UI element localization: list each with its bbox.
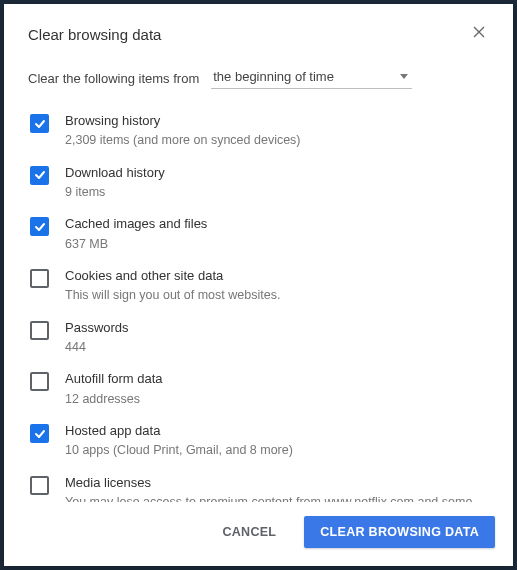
option-text: Cookies and other site dataThis will sig… bbox=[65, 267, 280, 305]
option-subtitle: You may lose access to premium content f… bbox=[65, 494, 489, 502]
option-row: Media licensesYou may lose access to pre… bbox=[28, 467, 489, 502]
dialog-footer: Cancel Clear browsing data bbox=[4, 502, 513, 566]
option-row: Passwords444 bbox=[28, 312, 489, 364]
options-list: Browsing history2,309 items (and more on… bbox=[28, 105, 489, 502]
time-range-select[interactable]: the beginning of time bbox=[211, 67, 412, 89]
option-text: Media licensesYou may lose access to pre… bbox=[65, 474, 489, 502]
option-checkbox[interactable] bbox=[30, 217, 49, 236]
option-subtitle: 9 items bbox=[65, 184, 165, 202]
dialog-body: Clear the following items from the begin… bbox=[4, 49, 513, 502]
option-checkbox[interactable] bbox=[30, 166, 49, 185]
option-subtitle: 10 apps (Cloud Print, Gmail, and 8 more) bbox=[65, 442, 293, 460]
option-row: Download history9 items bbox=[28, 157, 489, 209]
time-range-label: Clear the following items from bbox=[28, 71, 199, 86]
option-text: Passwords444 bbox=[65, 319, 129, 357]
option-text: Browsing history2,309 items (and more on… bbox=[65, 112, 301, 150]
option-subtitle: 637 MB bbox=[65, 236, 207, 254]
option-title: Media licenses bbox=[65, 474, 489, 492]
clear-browsing-data-dialog: Clear browsing data Clear the following … bbox=[4, 4, 513, 566]
option-title: Download history bbox=[65, 164, 165, 182]
option-subtitle: 2,309 items (and more on synced devices) bbox=[65, 132, 301, 150]
close-icon bbox=[473, 26, 485, 38]
option-row: Cookies and other site dataThis will sig… bbox=[28, 260, 489, 312]
option-title: Cookies and other site data bbox=[65, 267, 280, 285]
option-row: Hosted app data10 apps (Cloud Print, Gma… bbox=[28, 415, 489, 467]
option-title: Passwords bbox=[65, 319, 129, 337]
option-text: Autofill form data12 addresses bbox=[65, 370, 163, 408]
option-checkbox[interactable] bbox=[30, 321, 49, 340]
dialog-title: Clear browsing data bbox=[28, 26, 469, 43]
cancel-button[interactable]: Cancel bbox=[206, 516, 292, 548]
option-checkbox[interactable] bbox=[30, 424, 49, 443]
option-subtitle: 444 bbox=[65, 339, 129, 357]
option-title: Browsing history bbox=[65, 112, 301, 130]
time-range-value: the beginning of time bbox=[213, 69, 400, 84]
time-range-row: Clear the following items from the begin… bbox=[28, 67, 489, 89]
option-checkbox[interactable] bbox=[30, 476, 49, 495]
dialog-header: Clear browsing data bbox=[4, 4, 513, 49]
option-subtitle: 12 addresses bbox=[65, 391, 163, 409]
option-row: Browsing history2,309 items (and more on… bbox=[28, 105, 489, 157]
option-checkbox[interactable] bbox=[30, 114, 49, 133]
option-row: Autofill form data12 addresses bbox=[28, 363, 489, 415]
option-checkbox[interactable] bbox=[30, 372, 49, 391]
clear-button[interactable]: Clear browsing data bbox=[304, 516, 495, 548]
option-title: Cached images and files bbox=[65, 215, 207, 233]
option-text: Download history9 items bbox=[65, 164, 165, 202]
option-subtitle: This will sign you out of most websites. bbox=[65, 287, 280, 305]
option-title: Autofill form data bbox=[65, 370, 163, 388]
option-title: Hosted app data bbox=[65, 422, 293, 440]
option-checkbox[interactable] bbox=[30, 269, 49, 288]
option-row: Cached images and files637 MB bbox=[28, 208, 489, 260]
option-text: Hosted app data10 apps (Cloud Print, Gma… bbox=[65, 422, 293, 460]
chevron-down-icon bbox=[400, 74, 408, 79]
dialog-backdrop: Clear browsing data Clear the following … bbox=[0, 0, 517, 570]
close-button[interactable] bbox=[469, 22, 489, 42]
option-text: Cached images and files637 MB bbox=[65, 215, 207, 253]
